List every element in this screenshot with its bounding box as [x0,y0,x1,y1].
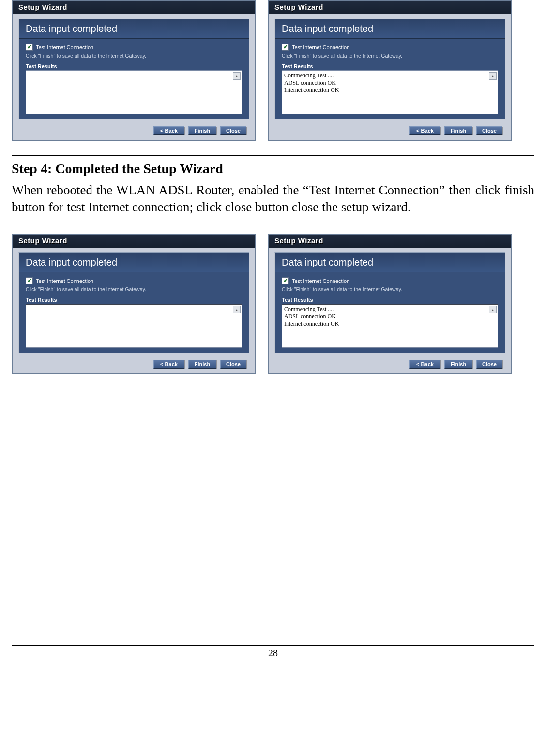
back-button[interactable]: < Back [410,126,440,135]
panel-header: Data input completed [275,19,505,39]
test-results-textarea[interactable]: Commencing Test .... ADSL connection OK … [282,304,498,348]
finish-button[interactable]: Finish [444,360,472,369]
test-results-textarea[interactable]: ▴ [26,304,242,348]
close-button[interactable]: Close [476,126,502,135]
test-results-label: Test Results [26,63,242,71]
top-panel-row: Setup Wizard Data input completed ✔ Test… [12,0,534,141]
body-text: When rebooted the WLAN ADSL Router, enab… [12,182,534,215]
test-connection-checkbox[interactable]: ✔ [282,277,289,284]
bottom-panel-row: Setup Wizard Data input completed ✔ Test… [12,234,534,374]
test-connection-label: Test Internet Connection [36,278,93,284]
wizard-panel-bottom-left: Setup Wizard Data input completed ✔ Test… [12,234,256,374]
wizard-title-bar: Setup Wizard [269,1,511,14]
scroll-up-icon[interactable]: ▴ [233,306,241,313]
back-button[interactable]: < Back [410,360,440,369]
test-results-textarea[interactable]: ▴ [26,71,242,114]
test-results-textarea[interactable]: Commencing Test .... ADSL connection OK … [282,71,498,114]
instruction-text: Click "Finish" to save all data to the I… [282,53,498,59]
back-button[interactable]: < Back [153,360,184,369]
close-button[interactable]: Close [476,360,502,369]
divider [12,178,534,178]
finish-button[interactable]: Finish [444,126,472,135]
instruction-text: Click "Finish" to save all data to the I… [26,286,242,292]
test-connection-label: Test Internet Connection [36,44,93,50]
finish-button[interactable]: Finish [188,360,216,369]
test-connection-label: Test Internet Connection [292,278,349,284]
close-button[interactable]: Close [220,360,246,369]
wizard-title-bar: Setup Wizard [13,235,255,248]
test-results-label: Test Results [26,297,242,304]
back-button[interactable]: < Back [153,126,184,135]
scroll-up-icon[interactable]: ▴ [489,72,497,80]
panel-header: Data input completed [275,253,505,272]
instruction-text: Click "Finish" to save all data to the I… [26,53,242,59]
scroll-up-icon[interactable]: ▴ [233,72,241,80]
test-connection-label: Test Internet Connection [292,44,349,50]
page-number: 28 [12,646,534,665]
test-connection-checkbox[interactable]: ✔ [282,44,289,51]
close-button[interactable]: Close [220,126,246,135]
wizard-title-bar: Setup Wizard [13,1,255,14]
test-results-label: Test Results [282,63,498,71]
wizard-panel-top-left: Setup Wizard Data input completed ✔ Test… [12,0,256,141]
test-connection-checkbox[interactable]: ✔ [26,44,33,51]
panel-header: Data input completed [19,19,249,39]
test-results-label: Test Results [282,297,498,304]
wizard-panel-bottom-right: Setup Wizard Data input completed ✔ Test… [268,234,512,374]
panel-header: Data input completed [19,253,249,272]
instruction-text: Click "Finish" to save all data to the I… [282,286,498,292]
finish-button[interactable]: Finish [188,126,216,135]
divider [12,155,534,156]
step-title: Step 4: Completed the Setup Wizard [12,161,534,177]
wizard-panel-top-right: Setup Wizard Data input completed ✔ Test… [268,0,512,141]
scroll-up-icon[interactable]: ▴ [489,306,497,313]
wizard-title-bar: Setup Wizard [269,235,511,248]
test-connection-checkbox[interactable]: ✔ [26,277,33,284]
